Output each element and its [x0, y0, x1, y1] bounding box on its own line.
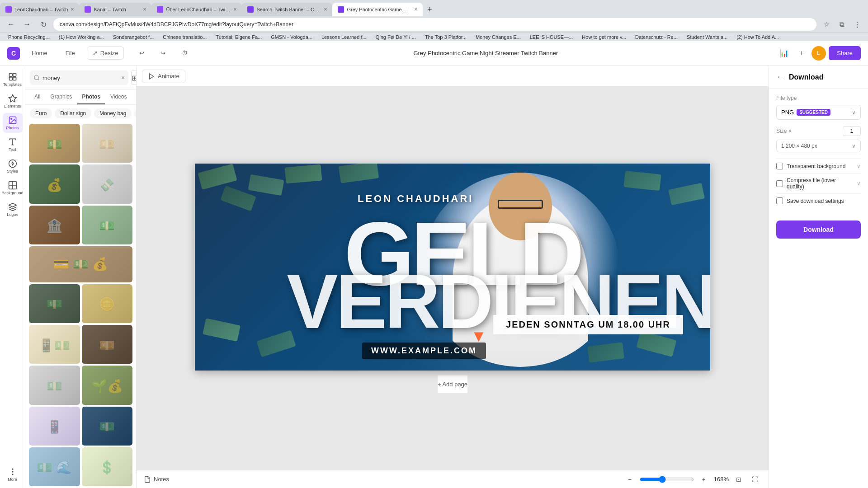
tab-close-5[interactable]: × — [414, 6, 417, 13]
tab-graphics[interactable]: Graphics — [46, 90, 76, 104]
tab-photos[interactable]: Photos — [77, 90, 105, 104]
compress-file-checkbox[interactable] — [776, 180, 783, 187]
save-settings-checkbox[interactable] — [776, 197, 783, 204]
back-button[interactable]: ← — [5, 18, 17, 31]
photo-thumb-7[interactable]: 💳 💵 💰 — [29, 246, 132, 282]
download-back-button[interactable]: ← — [776, 72, 784, 82]
fit-screen-button[interactable]: ⊡ — [732, 473, 745, 486]
bookmark-11[interactable]: LEE 'S HOUSE—... — [526, 33, 577, 41]
tab-all[interactable]: All — [30, 90, 45, 104]
filter-coins[interactable]: Coins — [134, 108, 136, 118]
forward-button[interactable]: → — [21, 18, 33, 31]
photo-thumb-2[interactable]: 💴 — [82, 124, 133, 163]
add-page-button[interactable]: + Add page — [438, 375, 467, 393]
tab-close-1[interactable]: × — [71, 6, 74, 13]
photo-thumb-15[interactable]: 💵 — [82, 407, 133, 446]
photo-thumb-4[interactable]: 💸 — [82, 164, 133, 203]
bookmark-7[interactable]: Lessons Learned f... — [318, 33, 370, 41]
bookmark-13[interactable]: Datenschutz - Re... — [632, 33, 681, 41]
photo-thumb-1[interactable]: 💵 — [29, 124, 80, 163]
canvas-wrapper[interactable]: LEON CHAUDHARI GELD VERDIENEN JEDEN SONN… — [137, 87, 769, 470]
home-button[interactable]: Home — [25, 47, 54, 59]
animate-button[interactable]: Animate — [142, 70, 185, 83]
bookmark-icon[interactable]: ☆ — [820, 18, 833, 31]
photo-thumb-8[interactable]: 💵 — [29, 284, 80, 323]
notes-button[interactable]: Notes — [144, 476, 169, 483]
filter-dollar-sign[interactable]: Dollar sign — [55, 108, 91, 118]
browser-tab-5[interactable]: Grey Photocentric Game Nigh... × — [332, 3, 423, 16]
sidebar-item-styles[interactable]: Styles — [3, 156, 23, 176]
bookmark-1[interactable]: Phone Recycling... — [5, 33, 53, 41]
sidebar-item-templates[interactable]: Templates — [3, 70, 23, 89]
photo-thumb-3[interactable]: 💰 — [29, 164, 80, 203]
bookmark-8[interactable]: Qing Fei De Yi / ... — [372, 33, 420, 41]
sidebar-item-text[interactable]: Text — [3, 135, 23, 155]
plus-icon[interactable]: ＋ — [794, 46, 809, 61]
tab-close-2[interactable]: × — [143, 6, 146, 13]
search-clear-button[interactable]: × — [121, 74, 125, 81]
photo-thumb-9[interactable]: 🪙 — [82, 284, 133, 323]
app-logo[interactable]: C — [7, 47, 20, 60]
browser-tab-1[interactable]: LeonChaudhari – Twitch × — [0, 3, 79, 16]
transparent-bg-checkbox[interactable] — [776, 163, 783, 169]
photo-thumb-13[interactable]: 🌱💰 — [82, 366, 133, 404]
compress-file-label: Compress file (lower quality) — [787, 177, 853, 190]
url-bar[interactable] — [53, 18, 816, 31]
photo-thumb-11[interactable]: 💴 — [82, 325, 133, 364]
bookmark-6[interactable]: GMSN - Vologda... — [267, 33, 316, 41]
download-button[interactable]: Download — [776, 221, 861, 239]
bookmark-15[interactable]: (2) How To Add A... — [733, 33, 783, 41]
browser-tab-4[interactable]: Search Twitch Banner – Canva × — [242, 3, 332, 16]
size-value-input[interactable] — [843, 126, 861, 136]
zoom-slider[interactable] — [640, 476, 694, 483]
bookmark-5[interactable]: Tutorial: Eigene Fa... — [212, 33, 266, 41]
share-button[interactable]: Share — [829, 46, 861, 60]
canvas-design[interactable]: LEON CHAUDHARI GELD VERDIENEN JEDEN SONN… — [195, 164, 710, 371]
redo-button[interactable]: ↪ — [154, 47, 172, 59]
analytics-icon[interactable]: 📊 — [777, 46, 792, 61]
tab-audio[interactable]: Audio — [132, 90, 136, 104]
sidebar-item-more[interactable]: More — [3, 465, 23, 484]
filter-money-bag[interactable]: Money bag — [94, 108, 132, 118]
file-button[interactable]: File — [59, 47, 81, 59]
extensions-icon[interactable]: ⧉ — [835, 18, 848, 31]
photo-thumb-14[interactable]: 📱 — [29, 407, 80, 446]
reload-button[interactable]: ↻ — [37, 18, 50, 31]
bookmark-4[interactable]: Chinese translatio... — [159, 33, 210, 41]
undo-button[interactable]: ↩ — [133, 47, 151, 59]
sidebar-item-photos[interactable]: Photos — [3, 113, 23, 133]
bookmark-9[interactable]: The Top 3 Platfor... — [421, 33, 470, 41]
fullscreen-button[interactable]: ⛶ — [749, 473, 761, 486]
resize-button[interactable]: ⤢ Resize — [87, 47, 124, 60]
bookmark-3[interactable]: Sonderangebot f... — [109, 33, 158, 41]
tab-close-3[interactable]: × — [233, 6, 236, 13]
photo-thumb-6[interactable]: 💵 — [82, 206, 133, 244]
sidebar-item-background[interactable]: Background — [3, 178, 23, 198]
file-type-select[interactable]: PNG SUGGESTED ∨ — [776, 105, 861, 120]
bookmark-2[interactable]: (1) How Working a... — [55, 33, 108, 41]
zoom-in-button[interactable]: + — [698, 473, 710, 486]
tab-videos[interactable]: Videos — [106, 90, 131, 104]
photo-thumb-12[interactable]: 💵 — [29, 366, 80, 404]
search-input[interactable] — [42, 70, 118, 85]
photo-thumb-17[interactable]: 💲 — [82, 447, 133, 486]
zoom-out-button[interactable]: − — [623, 473, 636, 486]
sidebar-item-logos[interactable]: Logos — [3, 200, 23, 220]
bookmark-12[interactable]: How to get more v... — [578, 33, 630, 41]
photo-thumb-16[interactable]: 💵 🌊 — [29, 447, 80, 486]
bookmark-14[interactable]: Student Wants a... — [683, 33, 731, 41]
size-dimensions-select[interactable]: 1,200 × 480 px ∨ — [776, 140, 861, 152]
photo-thumb-5[interactable]: 🏦 — [29, 206, 80, 244]
photo-thumb-10[interactable]: 📱💵 — [29, 325, 80, 364]
save-button[interactable]: ⏱ — [175, 47, 194, 59]
browser-tab-2[interactable]: Kanal – Twitch × — [79, 3, 151, 16]
new-tab-button[interactable]: + — [423, 3, 436, 16]
sidebar-item-elements[interactable]: Elements — [3, 91, 23, 111]
browser-tab-3[interactable]: Über LeonChaudhari – Twitch × — [151, 3, 242, 16]
filter-button[interactable]: ⊞ — [131, 70, 137, 85]
user-avatar[interactable]: L — [811, 46, 826, 61]
menu-icon[interactable]: ⋮ — [851, 18, 863, 31]
bookmark-10[interactable]: Money Changes E... — [472, 33, 524, 41]
filter-euro[interactable]: Euro — [30, 108, 52, 118]
tab-close-4[interactable]: × — [324, 6, 327, 13]
